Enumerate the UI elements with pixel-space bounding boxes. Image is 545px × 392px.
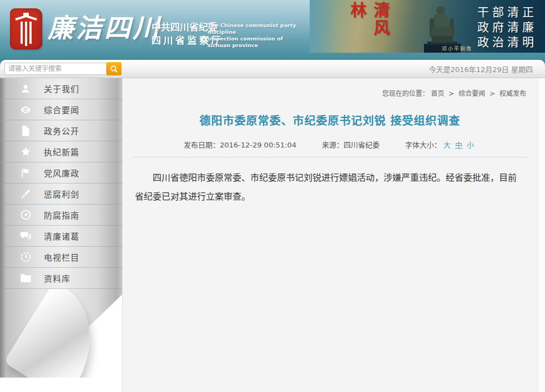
meta-divider [133, 157, 527, 157]
content-area: 您现在的位置： 首页 > 综合要闻 > 权威发布 德阳市委原常委、市纪委原书记刘… [122, 78, 538, 392]
star-icon [19, 146, 32, 158]
eye-icon [19, 104, 32, 116]
sword-icon [19, 188, 32, 200]
user-icon [19, 83, 32, 95]
article-title: 德阳市委原常委、市纪委原书记刘锐 接受组织调查 [133, 112, 527, 128]
teal-strip: 今天是2016年12月29日 星期四 [0, 53, 545, 78]
sidebar-menu: 关于我们 综合要闻 政务公开 [0, 78, 122, 289]
site-title-calligraphy: 廉洁四川 [48, 7, 161, 45]
breadcrumb-news-link[interactable]: 综合要闻 [458, 90, 485, 98]
breadcrumb: 您现在的位置： 首页 > 综合要闻 > 权威发布 [133, 84, 527, 99]
seal-logo-icon[interactable] [10, 8, 42, 49]
en-line-2: inspection commission of sichuan provinc… [208, 35, 302, 49]
sidebar-item-label: 电视栏目 [44, 251, 79, 263]
red-calligraphy-text: 清风林 [345, 2, 392, 53]
folder-icon [19, 272, 32, 284]
article-body: 四川省德阳市委原常委、市纪委原书记刘锐进行嫖娼活动，涉嫌严重违纪。经省委批准，目… [135, 169, 523, 206]
font-size-small-link[interactable]: 小 [467, 141, 474, 149]
document-icon [19, 125, 32, 137]
sidebar-item-label: 资料库 [44, 272, 70, 284]
en-line-1: The Chinese communist party discipline [208, 22, 302, 35]
sidebar-panel: 关于我们 综合要闻 政务公开 [0, 78, 122, 378]
sidebar-item-label: 关于我们 [44, 83, 79, 94]
sidebar-item-label: 政务公开 [44, 125, 79, 136]
sidebar-item-label: 清廉诸葛 [44, 230, 79, 242]
font-size-medium-link[interactable]: 中 [455, 141, 462, 149]
breadcrumb-prefix: 您现在的位置： [382, 90, 429, 98]
flag-icon [19, 167, 32, 179]
sidebar-item-clean-zhuge[interactable]: 清廉诸葛 [0, 226, 122, 247]
sidebar-item-label: 综合要闻 [44, 104, 79, 115]
source-label: 来源： [322, 141, 344, 149]
sidebar-item-label: 党风廉政 [44, 167, 79, 179]
sidebar-item-discipline[interactable]: 执纪新篇 [0, 141, 122, 162]
font-size-control: 字体大小：大中小 [405, 139, 476, 150]
slogan-line-1: 干部清正 [477, 5, 537, 20]
breadcrumb-separator: > [448, 90, 454, 98]
sidebar-item-anticorruption-sword[interactable]: 惩腐利剑 [0, 184, 122, 205]
search-icon [110, 65, 118, 73]
search-input[interactable] [4, 63, 107, 75]
slogan-line-2: 政府清廉 [477, 20, 537, 35]
sidebar-item-news[interactable]: 综合要闻 [0, 99, 122, 120]
sidebar-item-tv-programs[interactable]: 电视栏目 [0, 247, 122, 268]
chat-icon [19, 230, 32, 242]
breadcrumb-separator: > [490, 90, 495, 98]
publish-date-value: 2016-12-29 00:51:04 [220, 141, 296, 149]
page: 廉洁四川 中共四川省纪委 四川省监察厅 The Chinese communis… [0, 0, 545, 392]
header-slogans: 干部清正 政府清廉 政治清明 [477, 5, 537, 50]
sidebar-item-party-conduct[interactable]: 党风廉政 [0, 162, 122, 184]
en-line-3: Supervision Department of Sichuan Provin… [208, 52, 302, 53]
search-bar: 今天是2016年12月29日 星期四 [0, 60, 545, 78]
sidebar-item-prevention-guide[interactable]: 防腐指南 [0, 205, 122, 226]
source-value: 四川省纪委 [344, 141, 380, 149]
font-size-large-link[interactable]: 大 [443, 141, 451, 149]
sidebar-item-archive[interactable]: 资料库 [0, 268, 122, 289]
main-area: 关于我们 综合要闻 政务公开 [0, 78, 545, 392]
search-button[interactable] [107, 62, 122, 75]
current-date: 今天是2016年12月29日 星期四 [429, 64, 533, 74]
breadcrumb-release-link[interactable]: 权威发布 [499, 90, 526, 98]
slogan-line-3: 政治清明 [477, 35, 537, 50]
publish-date: 发布日期：2016-12-29 00:51:04 [184, 139, 296, 150]
sidebar-item-gov-disclosure[interactable]: 政务公开 [0, 120, 122, 141]
sidebar-item-about[interactable]: 关于我们 [0, 78, 122, 99]
font-size-label: 字体大小： [405, 141, 441, 149]
compass-icon [19, 209, 32, 221]
breadcrumb-home-link[interactable]: 首页 [431, 90, 445, 98]
sidebar-item-label: 防腐指南 [44, 209, 79, 221]
publish-date-label: 发布日期： [184, 141, 220, 149]
header-banner-photo: 清风林 邓小平铜像 干部清正 政府清廉 政治清明 [310, 0, 545, 53]
sidebar: 关于我们 综合要闻 政务公开 [0, 78, 122, 392]
font-size-links: 大中小 [441, 141, 476, 149]
sidebar-item-label: 惩腐利剑 [44, 188, 79, 200]
article-meta: 发布日期：2016-12-29 00:51:04 来源：四川省纪委 字体大小：大… [133, 139, 527, 150]
statue-caption: 邓小平铜像 [442, 45, 472, 52]
clock-icon [19, 251, 32, 263]
article-source: 来源：四川省纪委 [322, 139, 380, 150]
page-curl-decoration [0, 289, 122, 378]
site-header: 廉洁四川 中共四川省纪委 四川省监察厅 The Chinese communis… [0, 0, 545, 53]
org-names-english: The Chinese communist party discipline i… [208, 22, 302, 53]
sidebar-item-label: 执纪新篇 [44, 146, 79, 157]
